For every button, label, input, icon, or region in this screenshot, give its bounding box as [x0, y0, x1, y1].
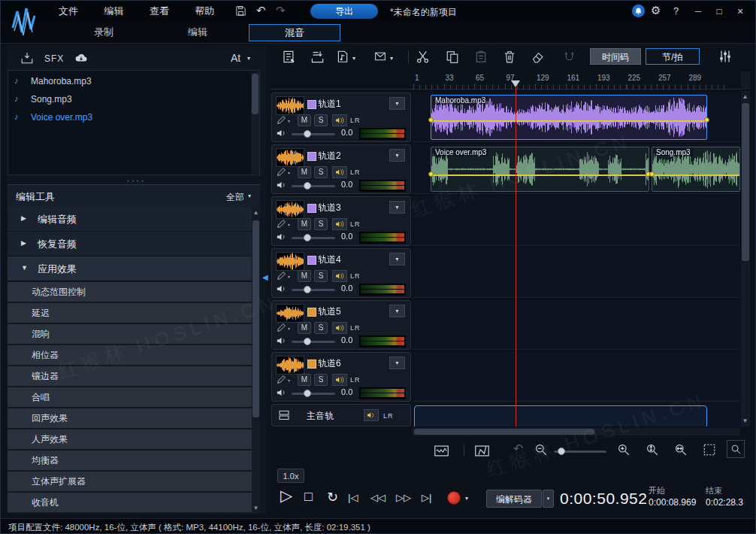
- tab-mix[interactable]: 混音: [249, 24, 340, 41]
- go-to-end-button[interactable]: ▷|: [422, 492, 431, 503]
- automation-pen-icon[interactable]: [277, 219, 286, 229]
- text-tool-caret-icon[interactable]: ▾: [247, 55, 250, 62]
- playhead-line[interactable]: [516, 87, 516, 426]
- volume-slider[interactable]: [292, 133, 335, 135]
- volume-slider[interactable]: [292, 237, 335, 239]
- automation-pen-icon[interactable]: [277, 115, 286, 125]
- speaker-icon[interactable]: [277, 232, 286, 241]
- track-color-tag[interactable]: [307, 308, 316, 317]
- speaker-icon[interactable]: [277, 336, 286, 345]
- record-button[interactable]: [447, 491, 461, 505]
- track-header[interactable]: 轨道3 ▼ ▾ M S LR 0.0: [271, 196, 411, 246]
- volume-automation-line[interactable]: [431, 174, 649, 176]
- automation-pen-icon[interactable]: [277, 323, 286, 332]
- zoom-region-icon[interactable]: [727, 440, 745, 458]
- delete-trash-icon[interactable]: [503, 50, 516, 64]
- master-track-header[interactable]: 主音轨 LR: [271, 404, 411, 426]
- tab-edit[interactable]: 编辑: [171, 26, 224, 39]
- solo-button[interactable]: S: [314, 166, 328, 178]
- reset-zoom-icon[interactable]: ↶: [513, 441, 523, 456]
- zoom-horizontal-icon[interactable]: [674, 443, 688, 457]
- mixer-icon[interactable]: [718, 49, 733, 64]
- track-menu-button[interactable]: ▼: [389, 97, 405, 110]
- track-menu-button[interactable]: ▼: [389, 357, 405, 369]
- track-lane[interactable]: [413, 300, 740, 350]
- output-channel-icon[interactable]: [332, 270, 347, 282]
- menu-help[interactable]: 帮助: [183, 1, 225, 22]
- master-track-lane[interactable]: [413, 404, 740, 426]
- mute-button[interactable]: M: [298, 322, 311, 334]
- volume-slider[interactable]: [292, 341, 335, 343]
- volume-slider-knob[interactable]: [304, 338, 311, 345]
- insert-audio-icon[interactable]: [336, 50, 349, 64]
- beats-mode-button[interactable]: 节/拍: [646, 48, 700, 65]
- menu-view[interactable]: 查看: [138, 1, 180, 22]
- speaker-icon[interactable]: [277, 129, 286, 138]
- output-channel-icon[interactable]: [364, 409, 379, 421]
- zoom-vertical-icon[interactable]: [646, 443, 659, 457]
- output-channel-icon[interactable]: [332, 322, 347, 334]
- create-range-icon[interactable]: [434, 444, 449, 458]
- automation-pen-icon[interactable]: [277, 167, 286, 177]
- track-header[interactable]: 轨道2 ▼ ▾ M S LR 0.0: [271, 144, 411, 194]
- track-name[interactable]: 轨道2: [318, 150, 341, 162]
- effect-item[interactable]: 收音机: [8, 493, 252, 513]
- track-lane[interactable]: [413, 352, 740, 402]
- speaker-icon[interactable]: [277, 388, 286, 397]
- menu-file[interactable]: 文件: [47, 1, 89, 22]
- solo-button[interactable]: S: [314, 270, 328, 282]
- speaker-icon[interactable]: [277, 181, 286, 190]
- automation-caret-icon[interactable]: ▾: [288, 222, 290, 227]
- fit-project-icon[interactable]: [703, 443, 716, 457]
- clip-mahoroba[interactable]: Mahoroba.mp3: [431, 95, 707, 140]
- scroll-down-icon[interactable]: ▼: [741, 417, 749, 424]
- volume-slider[interactable]: [292, 393, 335, 395]
- track-name[interactable]: 轨道6: [318, 357, 341, 370]
- effect-item[interactable]: 立体声扩展器: [8, 472, 252, 492]
- volume-slider-knob[interactable]: [304, 234, 311, 241]
- solo-button[interactable]: S: [314, 114, 328, 126]
- media-file-item[interactable]: ♪ Mahoroba.mp3: [8, 73, 250, 91]
- effect-item[interactable]: 均衡器: [8, 451, 252, 471]
- codec-caret-icon[interactable]: ▾: [543, 490, 554, 508]
- automation-caret-icon[interactable]: ▾: [288, 326, 290, 331]
- volume-slider-knob[interactable]: [304, 390, 311, 397]
- paste-icon[interactable]: [474, 50, 488, 64]
- snap-icon[interactable]: [563, 50, 576, 63]
- track-lane[interactable]: [413, 196, 740, 246]
- automation-caret-icon[interactable]: ▾: [288, 118, 290, 123]
- save-icon[interactable]: [235, 5, 246, 17]
- track-color-tag[interactable]: [307, 152, 316, 161]
- end-time[interactable]: 0:02:28.3: [706, 497, 743, 508]
- automation-caret-icon[interactable]: ▾: [288, 274, 290, 279]
- volume-slider[interactable]: [292, 289, 335, 291]
- playhead-marker[interactable]: [511, 80, 520, 87]
- settings-gear-icon[interactable]: ⚙: [651, 4, 661, 17]
- import-to-track-icon[interactable]: [310, 50, 325, 64]
- track-menu-button[interactable]: ▼: [389, 305, 405, 317]
- volume-slider-knob[interactable]: [304, 130, 311, 138]
- volume-automation-line[interactable]: [652, 174, 740, 176]
- mute-button[interactable]: M: [298, 270, 311, 282]
- close-button[interactable]: ×: [731, 1, 749, 22]
- track-menu-button[interactable]: ▼: [389, 253, 405, 265]
- automation-pen-icon[interactable]: [277, 375, 286, 384]
- automation-keyframe[interactable]: [649, 171, 655, 177]
- timecode-mode-button[interactable]: 时间码: [590, 48, 641, 65]
- undo-icon[interactable]: ↶: [256, 4, 266, 17]
- loop-button[interactable]: ↻: [327, 489, 338, 505]
- marker-caret-icon[interactable]: ▾: [390, 55, 393, 62]
- scroll-up-icon[interactable]: ▲: [741, 93, 749, 100]
- import-media-icon[interactable]: [20, 51, 34, 65]
- copy-icon[interactable]: [446, 50, 459, 64]
- menu-edit[interactable]: 编辑: [92, 1, 135, 22]
- codec-button[interactable]: 编解码器: [486, 490, 542, 508]
- start-time[interactable]: 0:00:08.969: [649, 497, 696, 508]
- export-button[interactable]: 导出: [310, 4, 378, 19]
- mute-button[interactable]: M: [298, 114, 311, 126]
- stop-button[interactable]: □: [304, 489, 313, 505]
- track-header[interactable]: 轨道4 ▼ ▾ M S LR 0.0: [271, 248, 411, 298]
- volume-automation-line[interactable]: [431, 120, 707, 122]
- track-header[interactable]: 轨道5 ▼ ▾ M S LR 0.0: [271, 300, 411, 350]
- speaker-icon[interactable]: [277, 284, 286, 293]
